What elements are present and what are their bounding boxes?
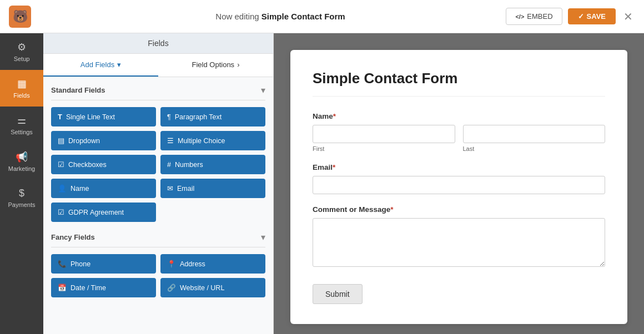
field-btn-numbers[interactable]: # Numbers [160,155,265,174]
sidebar-label-setup: Setup [14,55,30,62]
sidebar-item-payments[interactable]: $ Payments [0,180,43,216]
top-bar: 🐻 Now editing Simple Contact Form </> EM… [0,0,644,33]
form-field-comment: Comment or Message* [313,205,605,269]
field-btn-address[interactable]: 📍 Address [160,254,265,274]
title-prefix: Now editing [215,12,261,21]
field-btn-gdpr[interactable]: ☑ GDPR Agreement [51,203,156,222]
panel-content: Standard Fields ▾ T Single Line Text ¶ P… [43,77,273,334]
fields-header: Fields [43,33,273,54]
logo-bear: 🐻 [9,6,31,28]
fancy-fields-header: Fancy Fields ▾ [51,232,265,247]
multiple-choice-icon: ☰ [167,136,174,145]
field-btn-website[interactable]: 🔗 Website / URL [160,278,265,297]
field-btn-phone[interactable]: 📞 Phone [51,254,156,274]
field-btn-checkboxes[interactable]: ☑ Checkboxes [51,155,156,174]
save-button[interactable]: ✓ SAVE [568,8,616,24]
submit-button[interactable]: Submit [313,284,363,304]
form-field-name: Name* First Last [313,112,605,152]
top-actions: </> EMBED ✓ SAVE ✕ [513,8,635,26]
standard-fields-header: Standard Fields ▾ [51,85,265,100]
address-icon: 📍 [167,260,176,268]
field-btn-multiple-choice[interactable]: ☰ Multiple Choice [160,131,265,150]
sidebar-item-fields[interactable]: ▦ Fields [0,70,43,107]
name-first-col: First [313,125,455,152]
fields-panel: Fields Add Fields ▾ Field Options › Stan… [43,33,274,334]
tab-add-fields[interactable]: Add Fields ▾ [43,54,158,77]
form-card: Simple Contact Form Name* First Last [290,50,627,324]
sidebar: ⚙ Setup ▦ Fields ⚌ Settings 📢 Marketing … [0,33,43,334]
fancy-fields-toggle[interactable]: ▾ [261,232,265,242]
comment-textarea[interactable] [313,218,605,267]
field-btn-paragraph[interactable]: ¶ Paragraph Text [160,107,265,126]
checkmark-icon: ✓ [578,12,584,21]
numbers-icon: # [167,161,171,169]
sidebar-label-fields: Fields [13,92,29,99]
dropdown-icon: ▤ [58,136,64,145]
field-btn-dropdown[interactable]: ▤ Dropdown [51,131,156,150]
standard-fields-toggle[interactable]: ▾ [261,85,265,95]
panel-tabs: Add Fields ▾ Field Options › [43,54,273,77]
sidebar-item-settings[interactable]: ⚌ Settings [0,107,43,143]
email-icon: ✉ [167,184,173,193]
fields-icon: ▦ [17,78,27,90]
checkboxes-icon: ☑ [58,160,64,169]
main-layout: ⚙ Setup ▦ Fields ⚌ Settings 📢 Marketing … [0,33,644,334]
required-star-name: * [333,112,336,120]
logo-area: 🐻 [9,6,48,28]
field-btn-name[interactable]: 👤 Name [51,179,156,198]
embed-button[interactable]: </> EMBED [506,8,562,25]
sidebar-label-marketing: Marketing [8,165,35,172]
tab-add-fields-label: Add Fields [80,60,114,69]
field-btn-single-line[interactable]: T Single Line Text [51,107,156,126]
fancy-fields-title: Fancy Fields [51,233,95,241]
paragraph-icon: ¶ [167,113,171,121]
datetime-icon: 📅 [58,284,67,292]
payments-icon: $ [19,188,24,199]
standard-fields-grid: T Single Line Text ¶ Paragraph Text ▤ Dr… [51,107,265,222]
phone-icon: 📞 [58,260,67,268]
chevron-right-icon: › [237,60,239,69]
name-last-col: Last [463,125,606,152]
name-row: First Last [313,125,605,152]
sidebar-item-marketing[interactable]: 📢 Marketing [0,143,43,180]
field-btn-email[interactable]: ✉ Email [160,179,265,198]
settings-icon: ⚌ [17,114,26,126]
first-sublabel: First [313,145,455,152]
name-icon: 👤 [58,184,67,193]
required-star-comment: * [390,205,393,214]
name-label: Name* [313,112,605,120]
gear-icon: ⚙ [17,41,26,53]
gdpr-icon: ☑ [58,208,64,216]
code-icon: </> [515,13,524,20]
close-button[interactable]: ✕ [621,8,635,26]
required-star-email: * [333,163,335,171]
standard-fields-title: Standard Fields [51,86,105,94]
sidebar-label-payments: Payments [8,201,36,208]
form-field-email: Email* [313,163,605,194]
email-input[interactable] [313,176,605,194]
name-first-input[interactable] [313,125,455,143]
tab-field-options-label: Field Options [192,60,235,69]
single-line-icon: T [58,113,62,121]
sidebar-item-setup[interactable]: ⚙ Setup [0,33,43,70]
chevron-down-icon: ▾ [117,60,121,69]
page-title: Now editing Simple Contact Form [48,12,513,21]
fancy-fields-section: Fancy Fields ▾ 📞 Phone 📍 Address 📅 Date … [51,232,265,297]
marketing-icon: 📢 [16,151,28,163]
website-icon: 🔗 [167,284,176,292]
form-title: Simple Contact Form [313,70,605,97]
email-label: Email* [313,163,605,171]
title-bold: Simple Contact Form [261,12,345,21]
sidebar-label-settings: Settings [11,129,33,135]
comment-label: Comment or Message* [313,205,605,214]
tab-field-options[interactable]: Field Options › [158,54,273,77]
field-btn-datetime[interactable]: 📅 Date / Time [51,278,156,297]
name-last-input[interactable] [463,125,606,143]
last-sublabel: Last [463,145,606,152]
fancy-fields-grid: 📞 Phone 📍 Address 📅 Date / Time 🔗 Websit… [51,254,265,297]
standard-fields-section: Standard Fields ▾ T Single Line Text ¶ P… [51,85,265,222]
form-preview: Simple Contact Form Name* First Last [274,33,644,334]
